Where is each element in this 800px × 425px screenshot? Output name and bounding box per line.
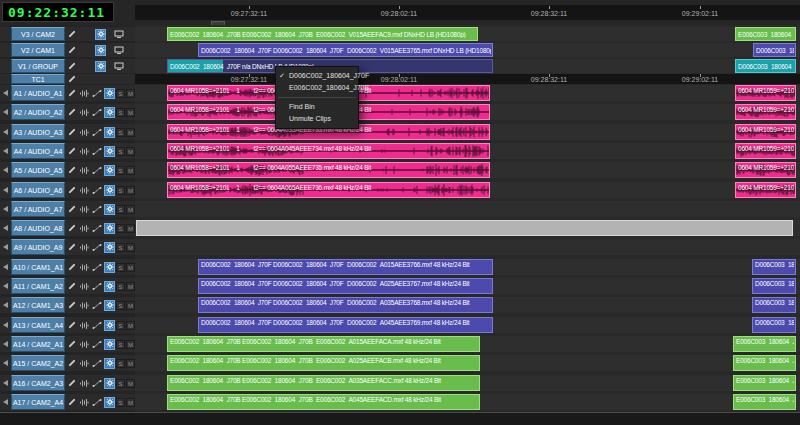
track-lane-a4[interactable]: 0604 MR1058=+2101__1____t2== 0604A045AEE… <box>135 143 800 159</box>
audio-clip[interactable]: D006C003_180604_J70F <box>752 259 796 275</box>
audio-clip[interactable]: D006C002_180604_J70F D006C002_180604_J70… <box>198 278 493 294</box>
speaker-cell[interactable] <box>1 124 10 140</box>
track-selector-button-v3[interactable]: V3 / CAM2 <box>11 27 65 41</box>
patch-button[interactable] <box>91 300 103 310</box>
menu-item-e006c002-180604-j70b[interactable]: E006C002_180604_J70B <box>276 82 358 94</box>
track-lane-a6[interactable]: 0604 MR1058=+2101__1____t2== 0604A065AEE… <box>135 182 800 198</box>
track-selector-button-a2[interactable]: A2 / AUDIO_A2 <box>11 104 65 120</box>
track-lane-a16[interactable]: E006C002_180604_J70B E006C002_180604_J70… <box>135 375 800 391</box>
track-selector-button-a13[interactable]: A13 / CAM1_A4 <box>11 317 65 333</box>
audio-clip[interactable]: D006C003_180604_J70F <box>752 317 796 333</box>
patch-button[interactable] <box>91 358 103 368</box>
patch-button[interactable] <box>91 378 103 388</box>
patch-button[interactable] <box>91 107 103 117</box>
solo-button[interactable]: S <box>116 321 125 330</box>
solo-button[interactable]: S <box>116 205 125 214</box>
mute-button[interactable]: M <box>126 147 135 156</box>
audio-clip[interactable]: E006C003_180604_J70B <box>733 336 796 352</box>
patch-button[interactable] <box>91 165 103 175</box>
video-clip[interactable]: D006C003_180604_J70F <box>753 43 796 57</box>
track-gear-button[interactable] <box>104 146 115 157</box>
solo-button[interactable]: S <box>116 379 125 388</box>
mute-button[interactable]: M <box>126 263 135 272</box>
patch-button[interactable] <box>91 185 103 195</box>
solo-button[interactable]: S <box>116 89 125 98</box>
track-lane-a10[interactable]: D006C002_180604_J70F D006C002_180604_J70… <box>135 259 800 275</box>
speaker-cell[interactable] <box>1 317 10 333</box>
track-lane-a17[interactable]: E006C002_180604_J70B E006C002_180604_J70… <box>135 394 800 410</box>
mute-button[interactable]: M <box>126 186 135 195</box>
waveform-toggle-button[interactable] <box>78 358 90 368</box>
track-gear-button[interactable] <box>104 358 115 369</box>
waveform-toggle-button[interactable] <box>78 378 90 388</box>
track-gear-button[interactable] <box>104 397 115 408</box>
track-selector-button-a15[interactable]: A15 / CAM2_A2 <box>11 355 65 371</box>
mute-button[interactable]: M <box>126 205 135 214</box>
waveform-toggle-button[interactable] <box>78 165 90 175</box>
mute-button[interactable]: M <box>126 128 135 137</box>
audio-clip[interactable]: 0604 MR1058=+2101__1____t2== 0604A065AEE… <box>167 182 490 198</box>
solo-button[interactable]: S <box>116 147 125 156</box>
track-selector-button-a1[interactable]: A1 / AUDIO_A1 <box>11 85 65 101</box>
track-selector-button-a3[interactable]: A3 / AUDIO_A3 <box>11 124 65 140</box>
patch-button[interactable] <box>91 262 103 272</box>
track-selector-button-a4[interactable]: A4 / AUDIO_A4 <box>11 143 65 159</box>
track-lane-a14[interactable]: E006C002_180604_J70B E006C002_180604_J70… <box>135 336 800 352</box>
mute-button[interactable]: M <box>126 321 135 330</box>
bottom-scroll-area[interactable] <box>0 413 800 425</box>
speaker-cell[interactable] <box>1 336 10 352</box>
track-selector-button-a17[interactable]: A17 / CAM2_A4 <box>11 394 65 410</box>
patch-button[interactable] <box>91 281 103 291</box>
audio-clip[interactable]: 0604 MR1059=+2101 <box>735 85 796 101</box>
timecode-track-ruler[interactable]: 09:27:32:1109:28:02:1109:28:32:1109:29:0… <box>135 74 800 84</box>
track-gear-button[interactable] <box>104 127 115 138</box>
track-gear-button[interactable] <box>104 300 115 311</box>
track-lane-a7[interactable] <box>135 201 800 217</box>
solo-button[interactable]: S <box>116 108 125 117</box>
patch-button[interactable] <box>91 223 103 233</box>
track-gear-button[interactable] <box>104 88 115 99</box>
mute-button[interactable]: M <box>126 224 135 233</box>
track-selector-button-a5[interactable]: A5 / AUDIO_A5 <box>11 162 65 178</box>
track-gear-button[interactable] <box>104 281 115 292</box>
solo-button[interactable]: S <box>116 282 125 291</box>
video-clip[interactable]: D006C002_180604_J70F D006C002_180604_J70… <box>198 43 493 57</box>
solo-button[interactable]: S <box>116 186 125 195</box>
speaker-cell[interactable] <box>1 220 10 236</box>
track-gear-button[interactable] <box>95 61 106 72</box>
speaker-cell[interactable] <box>1 182 10 198</box>
waveform-toggle-button[interactable] <box>78 127 90 137</box>
track-selector-button-a7[interactable]: A7 / AUDIO_A7 <box>11 201 65 217</box>
audio-clip[interactable]: D006C002_180604_J70F D006C002_180604_J70… <box>198 259 493 275</box>
solo-button[interactable]: S <box>116 243 125 252</box>
track-lane-a3[interactable]: 0604 MR1058=+2101__1____t2== 0604A035AEE… <box>135 124 800 140</box>
track-gear-button[interactable] <box>104 378 115 389</box>
track-lane-a11[interactable]: D006C002_180604_J70F D006C002_180604_J70… <box>135 278 800 294</box>
track-gear-button[interactable] <box>104 204 115 215</box>
waveform-toggle-button[interactable] <box>78 204 90 214</box>
track-gear-button[interactable] <box>104 107 115 118</box>
track-selector-button-a9[interactable]: A9 / AUDIO_A9 <box>11 239 65 255</box>
solo-button[interactable]: S <box>116 166 125 175</box>
mute-button[interactable]: M <box>126 243 135 252</box>
audio-clip[interactable]: E006C003_180604_J70B <box>733 355 796 371</box>
waveform-toggle-button[interactable] <box>78 223 90 233</box>
video-clip[interactable]: E006C002_180604_J70B E006C002_180604_J70… <box>167 27 478 41</box>
waveform-toggle-button[interactable] <box>78 339 90 349</box>
menu-item-d006c002-180604-j70f[interactable]: ✓D006C002_180604_J70F <box>276 70 358 82</box>
waveform-toggle-button[interactable] <box>78 397 90 407</box>
monitor-button[interactable] <box>113 29 125 39</box>
track-selector-button-a10[interactable]: A10 / CAM1_A1 <box>11 259 65 275</box>
speaker-cell[interactable] <box>1 104 10 120</box>
track-lane-a15[interactable]: E006C002_180604_J70B E006C002_180604_J70… <box>135 355 800 371</box>
speaker-cell[interactable] <box>1 85 10 101</box>
patch-button[interactable] <box>91 320 103 330</box>
track-gear-button[interactable] <box>104 339 115 350</box>
track-lane-a13[interactable]: D006C002_180604_J70F D006C002_180604_J70… <box>135 317 800 333</box>
solo-button[interactable]: S <box>116 128 125 137</box>
audio-clip[interactable]: D006C002_180604_J70F D006C002_180604_J70… <box>198 297 493 313</box>
audio-clip[interactable]: E006C002_180604_J70B E006C002_180604_J70… <box>167 336 480 352</box>
patch-button[interactable] <box>91 88 103 98</box>
track-gear-button[interactable] <box>104 223 115 234</box>
video-clip[interactable]: D006C003_180604_J70F <box>735 59 796 73</box>
